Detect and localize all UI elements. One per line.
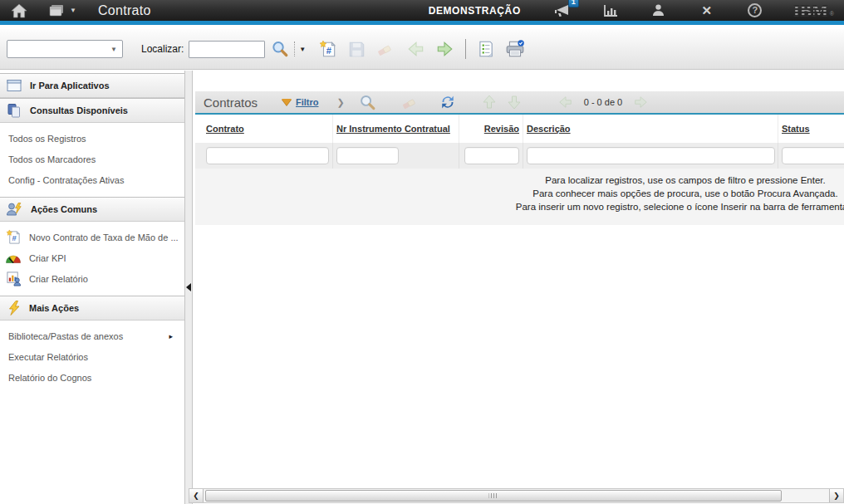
table-filter-row bbox=[195, 143, 844, 169]
sidebar-item-biblioteca-pastas-anexos[interactable]: Biblioteca/Pastas de anexos ▸ bbox=[0, 325, 184, 346]
chevron-down-icon: ▼ bbox=[70, 7, 76, 14]
chevron-down-icon: ▼ bbox=[299, 46, 306, 53]
filter-input-revisao[interactable] bbox=[464, 147, 519, 164]
search-options-caret[interactable]: ▼ bbox=[294, 42, 306, 56]
column-header-status[interactable]: Status bbox=[778, 115, 844, 143]
scrollbar-track[interactable] bbox=[204, 489, 829, 502]
clear-changes-button[interactable] bbox=[374, 38, 395, 60]
app-title: Contrato bbox=[98, 3, 151, 18]
sidebar-item-criar-kpi[interactable]: Criar KPI bbox=[0, 247, 184, 268]
column-header-revisao[interactable]: Revisão bbox=[459, 115, 523, 143]
table-toolbar: Contratos Filtro ❯ bbox=[195, 91, 844, 115]
app-switcher-combobox[interactable]: ▼ bbox=[7, 40, 123, 58]
sidebar-item-novo-contrato[interactable]: # Novo Contrato de Taxa de Mão de ... bbox=[0, 227, 184, 247]
arrow-down-icon bbox=[506, 94, 523, 110]
ibm-logo: IBM ® bbox=[793, 3, 834, 18]
table-title: Contratos bbox=[195, 95, 282, 110]
previous-row-button[interactable] bbox=[479, 92, 499, 112]
table-header-row: Contrato Nr Instrumento Contratual Revis… bbox=[195, 115, 844, 143]
toolbar-separator bbox=[465, 39, 466, 59]
refresh-button[interactable] bbox=[438, 92, 458, 112]
printer-icon bbox=[505, 40, 525, 58]
print-button[interactable] bbox=[504, 38, 526, 60]
filter-input-contrato[interactable] bbox=[206, 147, 329, 164]
empty-table-message: Para localizar registros, use os campos … bbox=[195, 169, 844, 225]
collapse-sidebar-icon[interactable] bbox=[186, 283, 191, 291]
sidebar-item-config-contratacoes-ativas[interactable]: Config - Contratações Ativas bbox=[0, 169, 184, 190]
filter-triangle-icon bbox=[282, 99, 292, 105]
scroll-right-button[interactable]: ❯ bbox=[829, 489, 843, 502]
sidebar-item-criar-relatorio[interactable]: Criar Relatório bbox=[0, 268, 184, 289]
filter-input-nr-instrumento[interactable] bbox=[336, 147, 399, 164]
sidebar: Ir Para Aplicativos Consultas Disponívei… bbox=[0, 71, 184, 504]
column-header-contrato[interactable]: Contrato bbox=[195, 115, 333, 143]
sidebar-item-todos-os-marcadores[interactable]: Todos os Marcadores bbox=[0, 149, 184, 169]
arrow-left-icon bbox=[558, 95, 573, 110]
lightning-icon bbox=[6, 300, 22, 316]
help-button[interactable]: ? bbox=[745, 2, 765, 20]
sidebar-section-mais-acoes[interactable]: Mais Ações bbox=[0, 296, 184, 321]
sidebar-section-acoes-comuns[interactable]: Ações Comuns bbox=[0, 197, 184, 222]
home-icon[interactable] bbox=[10, 2, 28, 19]
go-to-menu-button[interactable]: ▼ bbox=[48, 3, 76, 18]
scrollbar-thumb[interactable] bbox=[205, 490, 782, 502]
sidebar-item-executar-relatorios[interactable]: Executar Relatórios bbox=[0, 346, 184, 367]
localizar-label: Localizar: bbox=[141, 43, 184, 55]
sidebar-item-todos-os-registros[interactable]: Todos os Registros bbox=[0, 128, 184, 149]
search-icon bbox=[271, 40, 289, 58]
svg-text:#: # bbox=[326, 46, 331, 56]
search-icon bbox=[359, 94, 376, 111]
sidebar-item-relatorio-do-cognos[interactable]: Relatório do Cognos bbox=[0, 367, 184, 388]
submenu-arrow-icon: ▸ bbox=[169, 332, 173, 340]
new-record-icon: # bbox=[6, 229, 22, 245]
chevron-right-icon: ❯ bbox=[337, 97, 345, 108]
bar-chart-icon bbox=[601, 2, 620, 18]
svg-text:#: # bbox=[12, 233, 17, 242]
eraser-icon bbox=[375, 40, 394, 58]
mais-acoes-items: Biblioteca/Pastas de anexos ▸ Executar R… bbox=[0, 321, 184, 394]
applications-menu-icon bbox=[48, 3, 66, 18]
save-icon bbox=[348, 41, 366, 58]
person-icon bbox=[650, 2, 666, 18]
new-record-button[interactable]: # bbox=[317, 38, 339, 60]
profile-button[interactable] bbox=[649, 2, 669, 20]
window-icon bbox=[6, 77, 23, 94]
next-row-button[interactable] bbox=[504, 92, 524, 112]
contracts-table: Contrato Nr Instrumento Contratual Revis… bbox=[195, 115, 844, 225]
queries-icon bbox=[6, 102, 23, 119]
search-button[interactable] bbox=[269, 38, 291, 60]
arrow-right-icon bbox=[435, 40, 454, 58]
filter-input-descricao[interactable] bbox=[527, 147, 775, 164]
advanced-search-button[interactable] bbox=[358, 92, 378, 112]
localizar-input[interactable] bbox=[189, 41, 265, 58]
scroll-right-icon: ❯ bbox=[833, 492, 840, 500]
scroll-left-icon: ❮ bbox=[193, 492, 199, 500]
common-actions-icon bbox=[6, 201, 24, 218]
next-page-button[interactable] bbox=[631, 92, 650, 112]
save-button[interactable] bbox=[346, 38, 367, 60]
arrow-up-icon bbox=[481, 94, 498, 110]
filter-toggle[interactable]: Filtro bbox=[282, 97, 319, 107]
consultas-items: Todos os Registros Todos os Marcadores C… bbox=[0, 123, 184, 197]
announcements-button[interactable]: 1 bbox=[552, 2, 572, 20]
clear-filter-button[interactable] bbox=[400, 92, 420, 112]
report-center-button[interactable] bbox=[601, 2, 621, 20]
sidebar-section-ir-para-aplicativos[interactable]: Ir Para Aplicativos bbox=[0, 73, 184, 98]
scrollbar-grip bbox=[489, 493, 498, 498]
column-header-nr-instrumento[interactable]: Nr Instrumento Contratual bbox=[333, 115, 459, 143]
close-button[interactable]: ✕ bbox=[697, 2, 717, 20]
report-list-icon bbox=[477, 40, 494, 58]
arrow-left-icon bbox=[407, 40, 425, 58]
previous-page-button[interactable] bbox=[556, 92, 576, 112]
previous-record-button[interactable] bbox=[405, 38, 427, 60]
horizontal-scrollbar[interactable]: ❮ ❯ bbox=[189, 488, 844, 503]
sidebar-section-consultas-disponiveis[interactable]: Consultas Disponíveis bbox=[0, 98, 184, 123]
reports-button[interactable] bbox=[474, 38, 496, 60]
sidebar-splitter[interactable] bbox=[184, 71, 193, 504]
filter-input-status[interactable] bbox=[782, 147, 844, 164]
next-record-button[interactable] bbox=[434, 38, 455, 60]
navbar-actions: DEMONSTRAÇÃO 1 ✕ bbox=[429, 2, 834, 20]
column-header-descricao[interactable]: Descrição bbox=[523, 115, 778, 143]
help-icon: ? bbox=[748, 3, 762, 17]
scroll-left-button[interactable]: ❮ bbox=[189, 489, 204, 502]
